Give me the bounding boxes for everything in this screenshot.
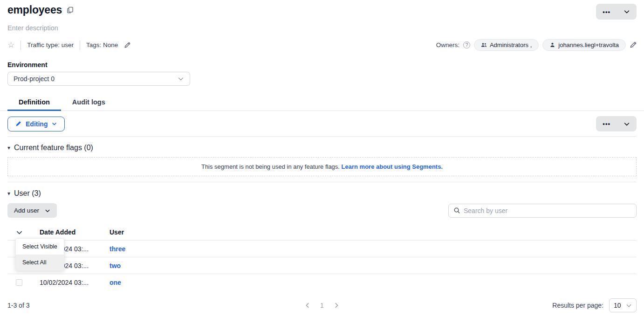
definition-actions: ••• (596, 116, 637, 131)
actions-chevron-button[interactable] (617, 116, 637, 131)
page-title: employees (7, 4, 62, 16)
divider (80, 41, 80, 50)
results-summary: 1-3 of 3 (7, 302, 304, 309)
meta-row: ☆ Traffic type: user Tags: None Owners: … (7, 39, 637, 51)
user-section-heading[interactable]: ▾ User (3) (7, 189, 637, 198)
collapse-caret-icon: ▾ (7, 145, 10, 151)
edit-owners-icon[interactable] (630, 41, 637, 48)
user-link[interactable]: two (110, 262, 121, 269)
results-per-page-label: Results per page: (552, 302, 603, 309)
collapse-caret-icon: ▾ (7, 190, 10, 197)
owners-label: Owners: (436, 41, 459, 48)
table-row: 10/02/2024 03:... one (7, 274, 637, 290)
copy-icon[interactable] (67, 7, 74, 14)
user-controls: Add user (7, 203, 637, 218)
chevron-down-icon (623, 121, 630, 127)
divider (7, 136, 637, 137)
date-added-cell: 10/02/2024 03:... (40, 279, 110, 286)
select-dropdown-menu: Select Visible Select All (15, 238, 64, 271)
owner-badge-administrators: Administrators , (474, 39, 539, 51)
select-menu-trigger[interactable] (16, 229, 23, 236)
actions-chevron-button[interactable] (617, 4, 637, 20)
header-actions: ••• (596, 4, 637, 20)
user-link[interactable]: one (110, 279, 121, 286)
results-per-page-select[interactable]: 10 (609, 298, 637, 312)
user-table: Date Added User 10/02/2024 03:... three … (7, 224, 637, 290)
search-input[interactable] (464, 207, 631, 214)
table-row: 10/02/2024 03:... three (7, 240, 637, 257)
next-page-button[interactable] (333, 302, 340, 309)
add-user-button[interactable]: Add user (7, 203, 57, 218)
chevron-down-icon (626, 303, 632, 309)
user-link[interactable]: three (110, 245, 125, 253)
table-header-row: Date Added User (7, 224, 637, 240)
tab-audit-logs[interactable]: Audit logs (61, 94, 116, 110)
menu-item-select-all[interactable]: Select All (16, 255, 64, 270)
current-page-number[interactable]: 1 (320, 302, 324, 309)
favorite-star-icon[interactable]: ☆ (7, 41, 14, 49)
traffic-type-label: Traffic type: user (27, 41, 74, 48)
pagination-footer: 1-3 of 3 1 Results per page: 10 (7, 298, 637, 312)
chevron-down-icon (623, 8, 630, 15)
tab-definition[interactable]: Definition (7, 94, 61, 110)
user-search (448, 204, 637, 218)
chevron-down-icon (16, 229, 23, 236)
tags-label: Tags: None (86, 41, 118, 48)
owner-badge-user: johannes.liegl+travolta (542, 39, 626, 51)
group-icon (481, 42, 487, 48)
environment-label: Environment (7, 61, 637, 69)
tab-bar: Definition Audit logs (0, 94, 644, 111)
person-icon (549, 42, 555, 48)
chevron-down-icon (45, 208, 50, 214)
feature-flags-empty-state: This segment is not being used in any fe… (7, 157, 637, 176)
chevron-down-icon (178, 76, 184, 82)
editing-row: Editing ••• (7, 116, 637, 131)
edit-tags-icon[interactable] (124, 42, 130, 48)
divider (21, 41, 21, 50)
row-checkbox[interactable] (16, 279, 22, 286)
description-placeholder[interactable]: Enter description (7, 24, 637, 32)
search-icon (453, 207, 460, 214)
environment-section: Environment Prod-project 0 (7, 61, 637, 86)
chevron-left-icon (304, 302, 311, 309)
segment-detail-page: employees ••• Enter description ☆ Traffi… (0, 0, 644, 312)
more-actions-button[interactable]: ••• (596, 4, 617, 20)
pager: 1 (304, 302, 340, 309)
feature-flags-heading[interactable]: ▾ Current feature flags (0) (7, 144, 637, 152)
menu-item-select-visible[interactable]: Select Visible (16, 239, 64, 255)
title-row: employees ••• (7, 0, 637, 20)
previous-page-button[interactable] (304, 302, 311, 309)
table-row: 10/02/2024 03:... two (7, 257, 637, 274)
more-actions-button[interactable]: ••• (596, 116, 617, 131)
learn-more-link[interactable]: Learn more about using Segments. (342, 163, 443, 170)
chevron-down-icon (52, 121, 57, 126)
environment-select[interactable]: Prod-project 0 (7, 72, 190, 86)
column-header-date[interactable]: Date Added (40, 228, 110, 236)
help-icon[interactable]: ? (463, 41, 470, 48)
column-header-user[interactable]: User (110, 228, 637, 236)
divider (7, 182, 637, 182)
editing-button[interactable]: Editing (7, 117, 65, 131)
chevron-right-icon (333, 302, 340, 309)
pencil-icon (15, 121, 21, 127)
